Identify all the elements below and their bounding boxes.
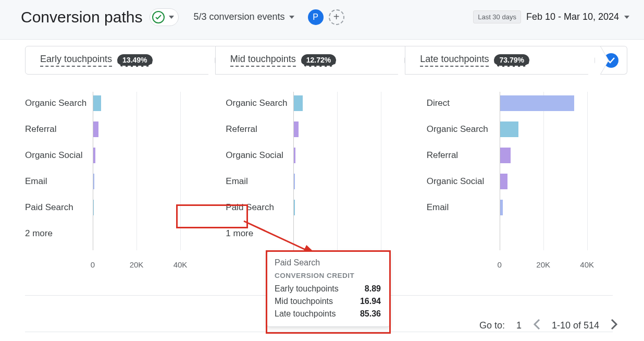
- x-tick: 0: [91, 260, 95, 269]
- report-body: Early touchpoints 13.49% Mid touchpoints…: [0, 40, 644, 341]
- dropdown-icon: [289, 16, 294, 19]
- chart-row-label: Email: [427, 202, 500, 213]
- chart-row: Organic Search: [25, 90, 226, 116]
- tooltip-row-label: Late touchpoints: [275, 309, 336, 319]
- chart-row-more: [427, 221, 627, 247]
- tooltip-title: Paid Search: [275, 258, 381, 267]
- bar-track: [293, 95, 426, 111]
- tab-mid-touchpoints[interactable]: Mid touchpoints 12.72%: [215, 46, 405, 75]
- next-page-button[interactable]: [611, 319, 618, 333]
- status-pill[interactable]: [150, 8, 179, 26]
- bar[interactable]: [93, 95, 101, 111]
- bar[interactable]: [93, 174, 94, 189]
- divider: [25, 332, 613, 332]
- bar-track: [293, 200, 426, 215]
- tooltip-subtitle: CONVERSION CREDIT: [275, 272, 381, 279]
- tab-label: Late touchpoints: [420, 54, 489, 67]
- chart-row-label: Direct: [427, 98, 500, 108]
- tab-pct-badge: 13.49%: [117, 54, 152, 67]
- chart-row-more[interactable]: 2 more: [25, 221, 226, 247]
- tooltip-card: Paid Search CONVERSION CREDIT Early touc…: [267, 251, 390, 327]
- page-title: Conversion paths: [21, 8, 142, 26]
- bar[interactable]: [93, 148, 95, 163]
- dropdown-icon: [169, 16, 174, 19]
- bar[interactable]: [500, 121, 519, 137]
- tooltip-row: Late touchpoints 85.36: [275, 308, 381, 320]
- chart-row-label: Organic Social: [226, 150, 293, 161]
- tooltip-row-value: 85.36: [360, 309, 381, 319]
- chart-early: Organic SearchReferralOrganic SocialEmai…: [25, 90, 226, 271]
- x-tick: 40K: [174, 260, 188, 269]
- bar[interactable]: [500, 148, 511, 163]
- bar-track: [500, 174, 627, 189]
- date-preset-label: Last 30 days: [473, 10, 521, 23]
- bar-track: [500, 95, 627, 111]
- dropdown-icon: [624, 16, 629, 19]
- bar-track: [93, 95, 226, 111]
- bar-track: [500, 200, 627, 215]
- goto-page-input[interactable]: 1: [516, 320, 522, 331]
- chart-row: Paid Search: [226, 194, 426, 221]
- bar[interactable]: [93, 121, 98, 137]
- bar-track: [293, 174, 426, 189]
- segment-chip[interactable]: P: [308, 9, 324, 25]
- x-tick: 0: [497, 260, 501, 269]
- bar-track: [93, 121, 226, 137]
- chart-row: Referral: [226, 116, 426, 142]
- top-header: Conversion paths 5/3 conversion events P…: [0, 0, 644, 40]
- x-axis: 020K40K: [427, 260, 627, 271]
- chart-row-label: Organic Social: [427, 176, 500, 187]
- bar-track: [500, 148, 627, 163]
- bar[interactable]: [500, 95, 575, 111]
- bar[interactable]: [500, 174, 508, 189]
- tooltip-row-value: 16.94: [360, 297, 381, 306]
- chart-late: DirectOrganic SearchReferralOrganic Soci…: [427, 90, 627, 271]
- chart-row-label: Paid Search: [226, 202, 293, 213]
- chart-row-label: Paid Search: [25, 202, 93, 213]
- chart-row: Organic Social: [25, 142, 226, 168]
- chart-row-label: Organic Search: [25, 98, 93, 108]
- chart-row-label: Organic Social: [25, 150, 93, 161]
- tab-late-touchpoints[interactable]: Late touchpoints 73.79%: [405, 46, 595, 75]
- chart-row: Paid Search: [25, 194, 226, 221]
- date-range-text: Feb 10 - Mar 10, 2024: [526, 11, 619, 22]
- bar-track: [293, 148, 426, 163]
- tab-pct-badge: 12.72%: [301, 54, 336, 67]
- tab-label: Early touchpoints: [40, 54, 112, 67]
- date-range-picker[interactable]: Last 30 days Feb 10 - Mar 10, 2024: [473, 10, 629, 23]
- bar[interactable]: [500, 200, 503, 215]
- chart-row-more[interactable]: 1 more: [226, 221, 426, 247]
- chart-row: Email: [427, 194, 627, 221]
- bar[interactable]: [294, 174, 295, 189]
- chart-row-label: Referral: [25, 124, 93, 135]
- tooltip-row-value: 8.89: [365, 284, 381, 294]
- chart-row: Organic Social: [427, 168, 627, 194]
- tooltip-row-label: Mid touchpoints: [275, 297, 333, 306]
- bar[interactable]: [294, 200, 294, 215]
- tooltip-row: Early touchpoints 8.89: [275, 283, 381, 295]
- chart-row-label: Email: [25, 176, 93, 187]
- tooltip-row: Mid touchpoints 16.94: [275, 295, 381, 308]
- chart-row-label: Referral: [427, 150, 500, 161]
- conversion-events-dropdown[interactable]: 5/3 conversion events: [193, 11, 294, 22]
- chart-more-label: 1 more: [226, 228, 293, 239]
- x-tick: 20K: [130, 260, 144, 269]
- bar[interactable]: [294, 95, 303, 111]
- charts-row: Organic SearchReferralOrganic SocialEmai…: [25, 90, 627, 271]
- tab-early-touchpoints[interactable]: Early touchpoints 13.49%: [25, 46, 215, 75]
- prev-page-button[interactable]: [533, 319, 540, 333]
- tab-pct-badge: 73.79%: [494, 54, 529, 67]
- check-circle-icon: [152, 11, 165, 23]
- x-tick: 40K: [580, 260, 594, 269]
- events-label: 5/3 conversion events: [193, 11, 284, 22]
- bar[interactable]: [294, 148, 295, 163]
- tooltip-row-label: Early touchpoints: [275, 284, 339, 294]
- chart-more-label: 2 more: [25, 228, 93, 239]
- bar[interactable]: [294, 121, 298, 137]
- add-segment-button[interactable]: +: [329, 9, 344, 25]
- bar[interactable]: [93, 200, 94, 215]
- page-range-text: 1-10 of 514: [552, 320, 599, 331]
- pagination-bar: Go to: 1 1-10 of 514: [479, 319, 618, 333]
- chart-row: Organic Social: [226, 142, 426, 168]
- chart-row-label: Organic Search: [427, 124, 500, 135]
